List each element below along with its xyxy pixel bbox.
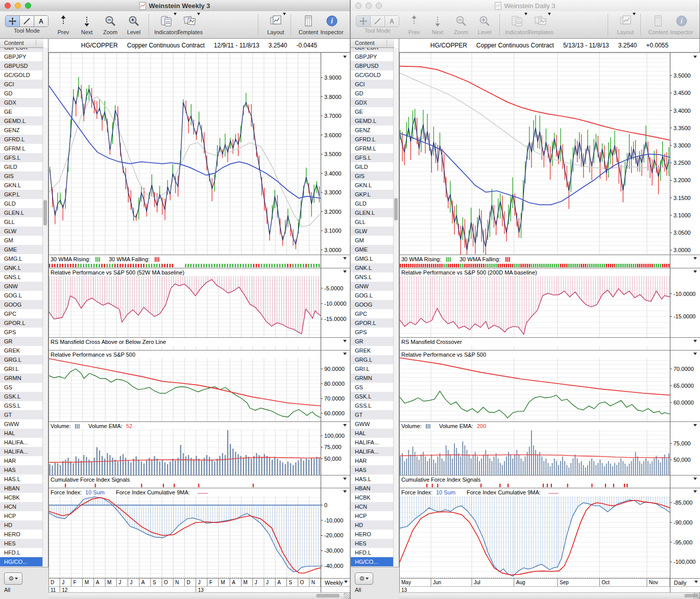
symbol-list-item[interactable]: GIS <box>351 171 394 181</box>
symbol-list-item[interactable]: GEMD.L <box>0 116 43 126</box>
line-tool-button[interactable] <box>371 16 385 27</box>
symbol-list-item[interactable]: GT <box>351 410 394 419</box>
symbol-list-item[interactable]: GNS.L <box>0 272 43 282</box>
symbol-list-item[interactable]: GNK.L <box>351 263 394 272</box>
symbol-list-item[interactable]: GLEN.L <box>351 208 394 217</box>
symbol-list-item[interactable]: GFS.L <box>0 153 43 162</box>
symbol-list-item[interactable]: GWW <box>0 419 43 429</box>
symbol-list-item[interactable]: GPS <box>0 328 43 337</box>
symbol-list-item[interactable]: GPOR.L <box>351 318 394 328</box>
tool-mode-segmented[interactable]: A <box>356 15 399 27</box>
level-button[interactable]: Level <box>122 13 146 35</box>
symbol-list-item[interactable]: GIS <box>0 171 43 181</box>
indicators-button[interactable]: Indicators <box>155 13 178 35</box>
symbol-list-item[interactable]: GLEN.L <box>0 208 43 217</box>
scrollbar-thumb[interactable] <box>43 200 47 226</box>
symbol-list-item[interactable]: GC/GOLD <box>351 70 394 80</box>
timeframe-selector[interactable]: Weekly <box>325 580 343 586</box>
symbol-list-item[interactable]: GR <box>351 337 394 346</box>
symbol-list-item[interactable]: HAS <box>351 465 394 475</box>
timeframe-selector[interactable]: Daily <box>674 580 687 586</box>
symbol-list-item[interactable]: HG/CO... <box>0 557 43 566</box>
symbol-list-item[interactable]: HAL <box>351 429 394 438</box>
symbol-list-item[interactable]: HD <box>351 520 394 530</box>
hscroll-thumb[interactable] <box>316 594 340 597</box>
horizontal-scrollbar[interactable] <box>49 592 350 599</box>
symbol-list-item[interactable]: HCN <box>351 502 394 511</box>
symbol-list-item[interactable]: GSS.L <box>351 401 394 410</box>
resize-grip[interactable] <box>344 593 350 599</box>
symbol-list-item[interactable]: HG/CO... <box>351 557 394 566</box>
symbol-list-item[interactable]: HFD.L <box>351 548 394 557</box>
symbol-list-item[interactable]: GDX <box>0 98 43 107</box>
symbol-list-item[interactable]: HCN <box>0 502 43 511</box>
symbol-list-item[interactable]: GBPJPY <box>0 52 43 61</box>
sidebar-scrollbar[interactable] <box>393 48 399 567</box>
symbol-list-item[interactable]: GILD <box>351 162 394 171</box>
symbol-list-item[interactable]: GT <box>0 410 43 419</box>
prev-button[interactable]: Prev <box>402 13 426 35</box>
next-button[interactable]: Next <box>426 13 449 35</box>
symbol-list-item[interactable]: GFRD.L <box>0 135 43 144</box>
symbol-list-item[interactable]: HCP <box>351 511 394 520</box>
symbol-list-item[interactable]: GFS.L <box>351 153 394 162</box>
symbol-list-item[interactable]: GRMN <box>351 373 394 383</box>
templates-button[interactable]: Templates <box>178 13 202 35</box>
symbol-list-item[interactable]: GFRM.L <box>351 144 394 153</box>
symbol-list-item[interactable]: HD <box>0 520 43 530</box>
sidebar-scrollbar[interactable] <box>42 48 48 567</box>
symbol-list-item[interactable]: HES <box>351 539 394 548</box>
crosshair-tool-button[interactable] <box>6 16 20 27</box>
indicators-button[interactable]: Indicators <box>505 13 529 35</box>
symbol-list-item[interactable]: GPC <box>351 309 394 318</box>
symbol-list-item[interactable]: GE <box>0 107 43 116</box>
symbol-list-item[interactable]: GS <box>0 383 43 392</box>
symbol-list-item[interactable]: GLD <box>0 199 43 208</box>
symbol-list-item[interactable]: GNW <box>0 282 43 291</box>
inspector-button[interactable]: iInspector <box>320 13 344 35</box>
symbol-list-item[interactable]: GPC <box>0 309 43 318</box>
symbol-list-item[interactable]: HAR <box>0 456 43 465</box>
titlebar[interactable]: Weinstein Weekly 3 <box>0 0 350 12</box>
chart-canvas[interactable]: 3.90003.80003.70003.60003.50003.40003.30… <box>49 53 350 599</box>
symbol-list-item[interactable]: GLL <box>351 217 394 227</box>
next-button[interactable]: Next <box>75 13 99 35</box>
symbol-list-item[interactable]: GD <box>351 89 394 98</box>
symbol-list-item[interactable]: GREK <box>351 346 394 355</box>
symbol-list-item[interactable]: GOOG <box>0 300 43 309</box>
symbol-list-item[interactable]: GRI.L <box>351 364 394 373</box>
symbol-list-item[interactable]: GNW <box>351 282 394 291</box>
symbol-list-item[interactable]: GC/GOLD <box>0 70 43 80</box>
symbol-list-item[interactable]: GRI.L <box>0 364 43 373</box>
symbol-list-item[interactable]: GBPJPY <box>351 52 394 61</box>
symbol-list-item[interactable]: GPOR.L <box>0 318 43 328</box>
zoom-button[interactable]: Zoom <box>99 13 122 35</box>
symbol-list-item[interactable]: GKN.L <box>351 181 394 190</box>
symbol-list-item[interactable]: HAS.L <box>351 475 394 484</box>
symbol-list-item[interactable]: GMG.L <box>351 254 394 263</box>
resize-grip[interactable] <box>693 593 699 599</box>
symbol-list-item[interactable]: GM <box>0 236 43 245</box>
symbol-list-item[interactable]: GE <box>351 107 394 116</box>
scrollbar-thumb[interactable] <box>394 198 398 220</box>
tool-mode-segmented[interactable]: A <box>5 15 49 27</box>
sidebar-header[interactable]: Content <box>0 39 43 48</box>
symbol-list-item[interactable]: GCI <box>0 80 43 89</box>
symbol-list-item[interactable]: GSK.L <box>351 392 394 401</box>
symbol-list-item[interactable]: GKP.L <box>351 190 394 199</box>
symbol-list-item[interactable]: HALIFA... <box>351 438 394 447</box>
titlebar[interactable]: Weinstein Daily 3 <box>351 0 699 12</box>
symbol-list-item[interactable]: GENZ <box>351 126 394 135</box>
symbol-list-item[interactable]: HAS.L <box>0 475 43 484</box>
symbol-list-item[interactable]: GLD <box>351 199 394 208</box>
symbol-list-item[interactable]: GOG.L <box>0 291 43 300</box>
symbol-list-item[interactable]: HERO <box>0 530 43 539</box>
symbol-list-item[interactable]: GBPUSD <box>351 61 394 70</box>
symbol-list-item[interactable]: GWW <box>351 419 394 429</box>
symbol-list-item[interactable]: GLW <box>0 227 43 236</box>
symbol-list-item[interactable]: GLW <box>351 227 394 236</box>
symbol-list-item[interactable]: GNK.L <box>0 263 43 272</box>
symbol-list-item[interactable]: HCBK <box>0 493 43 502</box>
content-button[interactable]: Content <box>646 13 670 35</box>
symbol-list-item[interactable]: GOG.L <box>351 291 394 300</box>
